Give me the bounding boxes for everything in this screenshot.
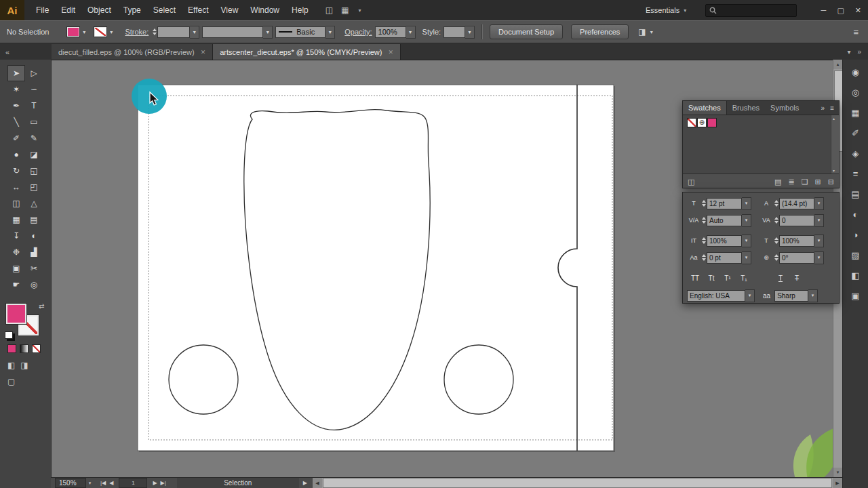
free-transform-tool[interactable]: ◰ bbox=[25, 179, 43, 195]
workspace-switcher[interactable]: Essentials bbox=[642, 4, 690, 16]
blend-tool[interactable]: ◐ bbox=[25, 228, 43, 244]
scroll-down-icon[interactable] bbox=[833, 468, 842, 477]
horizontal-scale-value[interactable]: 100% bbox=[779, 235, 814, 247]
scroll-left-icon[interactable]: ◀ bbox=[313, 478, 322, 488]
swatch-none[interactable] bbox=[687, 118, 696, 127]
menu-file[interactable]: File bbox=[30, 0, 55, 20]
swatches-panel-icon[interactable]: ▦ bbox=[847, 106, 865, 120]
swatch-pink[interactable] bbox=[707, 118, 717, 127]
character-rotation-field[interactable]: 0° bbox=[773, 251, 824, 264]
menu-object[interactable]: Object bbox=[81, 0, 117, 20]
all-caps-button[interactable]: TT bbox=[687, 272, 703, 284]
stroke-color-swatch[interactable] bbox=[94, 26, 107, 37]
swatch-scrollbar[interactable] bbox=[831, 115, 839, 174]
kerning-field[interactable]: Auto bbox=[701, 214, 751, 227]
pencil-tool[interactable]: ✎ bbox=[25, 130, 43, 146]
fill-indicator[interactable] bbox=[6, 304, 26, 324]
stroke-dropdown-arrow[interactable] bbox=[107, 26, 115, 37]
swatch-kinds-icon[interactable]: ▤ bbox=[774, 178, 781, 186]
width-profile-value[interactable] bbox=[202, 26, 263, 38]
opacity-field[interactable]: 100% bbox=[375, 26, 416, 39]
graphic-styles-panel-icon[interactable]: ▨ bbox=[847, 248, 865, 262]
paintbrush-tool[interactable]: ✐ bbox=[7, 130, 25, 146]
default-fill-stroke-icon[interactable] bbox=[5, 331, 13, 339]
none-button[interactable] bbox=[32, 344, 41, 353]
chevron-down-icon[interactable]: ▾ bbox=[358, 7, 361, 14]
opacity-link[interactable]: Opacity: bbox=[344, 28, 372, 36]
anti-alias-dropdown[interactable]: Sharp bbox=[774, 289, 818, 302]
stroke-weight-dropdown[interactable] bbox=[190, 26, 199, 39]
opacity-arrow[interactable] bbox=[406, 26, 416, 39]
stepper[interactable] bbox=[773, 198, 779, 209]
collapse-panel-icon[interactable]: » bbox=[821, 104, 825, 112]
artboards-panel-icon[interactable]: ▣ bbox=[847, 289, 865, 303]
align-arrow[interactable] bbox=[648, 26, 656, 37]
bridge-icon[interactable]: ◫ bbox=[326, 5, 333, 15]
last-artboard-icon[interactable]: ▶| bbox=[161, 480, 166, 486]
line-segment-tool[interactable]: ╲ bbox=[7, 114, 25, 130]
next-artboard-icon[interactable]: ▶ bbox=[153, 480, 157, 486]
tab-brushes[interactable]: Brushes bbox=[727, 101, 765, 115]
opacity-value[interactable]: 100% bbox=[375, 26, 406, 38]
column-graph-tool[interactable]: ▟ bbox=[25, 244, 43, 260]
horizontal-scale-field[interactable]: 100% bbox=[773, 235, 824, 247]
gradient-tool[interactable]: ▤ bbox=[25, 211, 43, 228]
dropdown-arrow[interactable] bbox=[808, 289, 818, 302]
horizontal-scrollbar[interactable]: ◀ ▶ bbox=[313, 478, 842, 488]
stepper[interactable] bbox=[773, 252, 779, 263]
draw-behind-icon[interactable]: ◨ bbox=[20, 361, 28, 370]
color-guide-panel-icon[interactable]: ◎ bbox=[847, 85, 865, 100]
brush-definition-value[interactable]: Basic bbox=[275, 26, 326, 38]
width-tool[interactable]: ↔ bbox=[7, 179, 25, 195]
shape-builder-tool[interactable]: ◫ bbox=[7, 195, 25, 211]
underline-button[interactable]: T bbox=[772, 272, 789, 284]
dropdown-arrow[interactable] bbox=[814, 214, 824, 227]
menu-edit[interactable]: Edit bbox=[55, 0, 81, 20]
subscript-button[interactable]: T₁ bbox=[736, 272, 752, 284]
swatch-libraries-icon[interactable]: ◫ bbox=[688, 178, 694, 186]
delete-swatch-icon[interactable]: ⊟ bbox=[828, 178, 834, 186]
stroke-weight-stepper[interactable] bbox=[151, 26, 157, 37]
language-dropdown[interactable]: English: USA bbox=[687, 289, 755, 302]
arrange-documents-icon[interactable]: ▦ bbox=[341, 5, 349, 15]
menu-view[interactable]: View bbox=[215, 0, 245, 20]
baseline-shift-field[interactable]: 0 pt bbox=[701, 251, 751, 264]
dropdown-arrow[interactable] bbox=[814, 235, 824, 247]
tab-artscenter-diecut[interactable]: artscenter_diecut.eps* @ 150% (CMYK/Prev… bbox=[213, 44, 401, 60]
graphic-style-arrow[interactable] bbox=[465, 26, 475, 39]
swap-fill-stroke-icon[interactable]: ⇄ bbox=[39, 302, 44, 310]
previous-artboard-icon[interactable]: ◀ bbox=[109, 480, 113, 486]
screen-mode-icon[interactable]: ▢ bbox=[7, 377, 15, 386]
stepper[interactable] bbox=[773, 215, 779, 226]
stepper[interactable] bbox=[701, 215, 707, 226]
dropdown-arrow[interactable] bbox=[814, 251, 824, 264]
menu-window[interactable]: Window bbox=[244, 0, 285, 20]
panel-menu-icon[interactable]: ≡ bbox=[830, 104, 834, 112]
search-input[interactable] bbox=[705, 4, 797, 17]
graphic-style-dropdown[interactable] bbox=[443, 26, 475, 39]
swatch-registration[interactable]: ⊕ bbox=[697, 118, 707, 127]
tracking-field[interactable]: 0 bbox=[773, 214, 824, 227]
scroll-right-icon[interactable]: ▶ bbox=[833, 478, 842, 488]
gradient-panel-icon[interactable]: ▤ bbox=[847, 187, 865, 201]
stepper[interactable] bbox=[773, 235, 779, 246]
artboard-tool[interactable]: ▣ bbox=[7, 260, 25, 277]
graphic-style-value[interactable] bbox=[443, 26, 465, 38]
menu-select[interactable]: Select bbox=[147, 0, 182, 20]
align-options-icon[interactable]: ◨ bbox=[638, 26, 655, 37]
new-color-group-icon[interactable]: ❏ bbox=[802, 178, 808, 186]
symbol-sprayer-tool[interactable]: ❉ bbox=[7, 244, 25, 260]
dropdown-arrow[interactable] bbox=[742, 197, 751, 210]
dock-collapse-icon[interactable]: » bbox=[857, 48, 861, 56]
zoom-tool[interactable]: ◎ bbox=[25, 277, 43, 293]
new-swatch-icon[interactable]: ⊞ bbox=[815, 178, 821, 186]
gradient-button[interactable] bbox=[20, 344, 28, 353]
artboard-number-field[interactable]: 1 bbox=[119, 478, 147, 488]
direct-selection-tool[interactable]: ▷ bbox=[25, 65, 43, 81]
swatch-options-icon[interactable]: ≣ bbox=[788, 178, 794, 186]
width-profile-arrow[interactable] bbox=[263, 26, 273, 39]
scroll-up-icon[interactable] bbox=[833, 60, 842, 69]
tracking-value[interactable]: 0 bbox=[779, 215, 814, 226]
perspective-grid-tool[interactable]: △ bbox=[25, 195, 43, 211]
artboard[interactable] bbox=[138, 85, 614, 451]
